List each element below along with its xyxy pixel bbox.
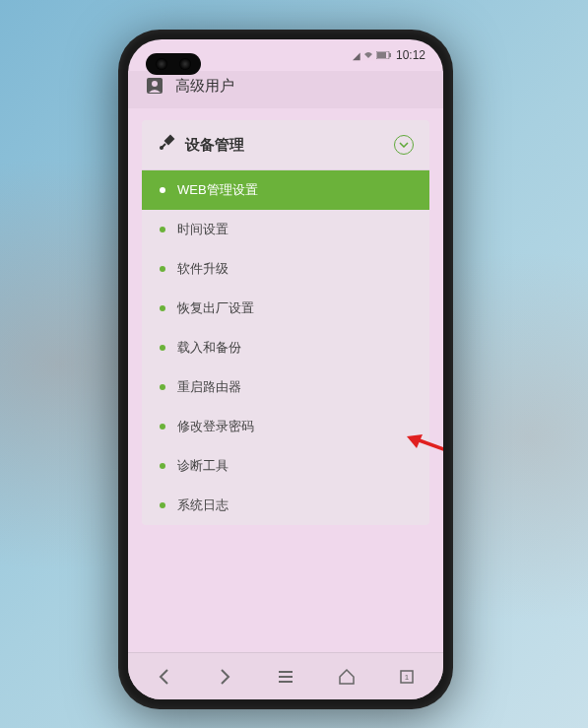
menu-item-8[interactable]: 系统日志 — [142, 486, 429, 525]
bullet-icon — [160, 227, 165, 232]
svg-rect-2 — [389, 53, 391, 57]
tools-icon — [158, 134, 175, 156]
content-area: 设备管理 WEB管理设置时间设置软件升级恢复出厂设置载入和备份重启路由器修改登录… — [128, 108, 443, 537]
nav-back-button[interactable] — [143, 655, 186, 698]
menu-item-label: WEB管理设置 — [177, 181, 258, 199]
menu-item-label: 载入和备份 — [177, 339, 241, 357]
menu-item-7[interactable]: 诊断工具 — [142, 446, 429, 486]
camera-lens-1 — [156, 58, 167, 70]
menu-item-2[interactable]: 软件升级 — [142, 249, 429, 289]
phone-frame: ◢ 10:12 高级用户 — [118, 30, 453, 709]
menu-item-label: 软件升级 — [177, 260, 229, 278]
signal-icon: ◢ — [353, 50, 360, 61]
battery-icon — [376, 50, 392, 61]
svg-text:1: 1 — [405, 673, 410, 682]
nav-forward-button[interactable] — [203, 655, 246, 698]
page-header: 高级用户 — [128, 71, 443, 108]
user-icon — [144, 75, 165, 97]
page-title: 高级用户 — [175, 77, 234, 96]
menu-list: WEB管理设置时间设置软件升级恢复出厂设置载入和备份重启路由器修改登录密码诊断工… — [142, 170, 429, 525]
nav-menu-button[interactable] — [264, 655, 307, 698]
bullet-icon — [160, 266, 165, 272]
nav-tabs-button[interactable]: 1 — [385, 655, 428, 698]
menu-item-label: 诊断工具 — [177, 457, 229, 475]
browser-bottom-nav: 1 — [128, 652, 443, 699]
device-management-card: 设备管理 WEB管理设置时间设置软件升级恢复出厂设置载入和备份重启路由器修改登录… — [142, 120, 429, 525]
card-header[interactable]: 设备管理 — [142, 120, 429, 170]
menu-item-4[interactable]: 载入和备份 — [142, 328, 429, 367]
status-time: 10:12 — [396, 48, 425, 62]
bullet-icon — [160, 424, 165, 430]
bullet-icon — [160, 345, 165, 351]
bullet-icon — [160, 502, 165, 508]
camera-cutout — [146, 53, 201, 75]
status-icons: ◢ — [353, 49, 392, 61]
bullet-icon — [160, 384, 165, 390]
svg-rect-1 — [377, 52, 386, 58]
bullet-icon — [160, 187, 165, 193]
menu-item-label: 重启路由器 — [177, 378, 241, 396]
chevron-down-icon[interactable] — [394, 135, 414, 155]
menu-item-0[interactable]: WEB管理设置 — [142, 170, 429, 210]
menu-item-label: 系统日志 — [177, 496, 229, 514]
wifi-icon — [362, 49, 374, 61]
svg-point-4 — [152, 81, 158, 87]
nav-home-button[interactable] — [325, 655, 368, 698]
menu-item-3[interactable]: 恢复出厂设置 — [142, 289, 429, 328]
bullet-icon — [160, 463, 165, 469]
menu-item-label: 恢复出厂设置 — [177, 299, 254, 317]
svg-point-5 — [160, 146, 163, 150]
card-title: 设备管理 — [185, 136, 244, 155]
camera-lens-2 — [179, 58, 191, 70]
menu-item-label: 时间设置 — [177, 221, 229, 238]
bullet-icon — [160, 305, 165, 311]
menu-item-1[interactable]: 时间设置 — [142, 210, 429, 249]
menu-item-5[interactable]: 重启路由器 — [142, 367, 429, 407]
phone-screen: ◢ 10:12 高级用户 — [128, 39, 443, 699]
menu-item-6[interactable]: 修改登录密码 — [142, 407, 429, 446]
menu-item-label: 修改登录密码 — [177, 418, 254, 435]
